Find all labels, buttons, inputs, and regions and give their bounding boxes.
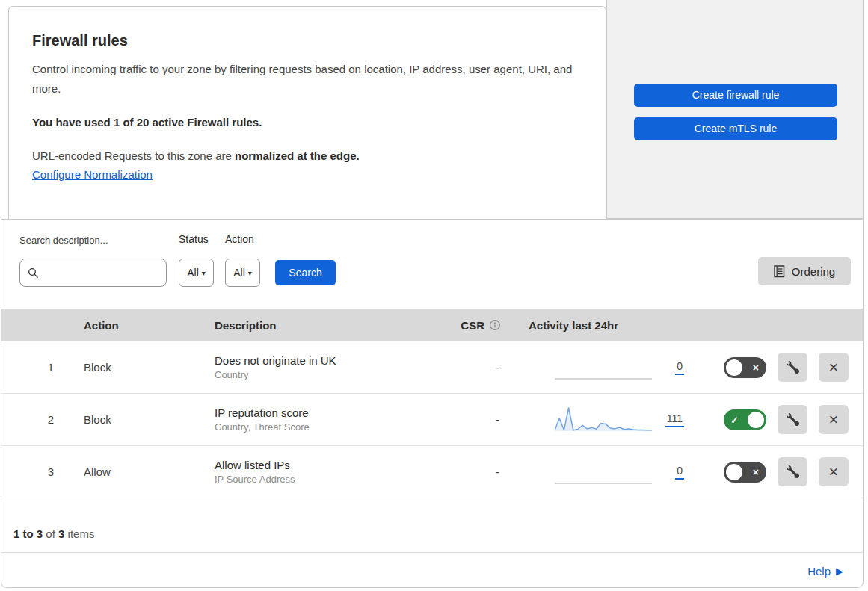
normalization-text: URL-encoded Requests to this zone are xyxy=(32,149,235,162)
rule-priority: 2 xyxy=(1,413,84,426)
rules-card: Search description... Status Action All … xyxy=(1,219,864,588)
activity-sparkline xyxy=(555,458,652,486)
check-icon: ✓ xyxy=(730,414,739,425)
wrench-icon xyxy=(787,465,799,478)
table-row: 3 Allow Allow listed IPs IP Source Addre… xyxy=(1,446,863,498)
close-icon: × xyxy=(829,359,839,376)
rule-controls: ✓ × × xyxy=(697,353,863,382)
edit-rule-button[interactable] xyxy=(778,457,807,486)
search-button[interactable]: Search xyxy=(275,260,336,285)
rule-description: Allow listed IPs xyxy=(215,459,446,471)
ordering-button[interactable]: Ordering xyxy=(758,257,851,285)
chevron-down-icon: ▾ xyxy=(202,269,206,277)
rule-description: Does not originate in UK xyxy=(215,354,446,367)
search-box xyxy=(19,259,167,287)
header-action: Action xyxy=(84,319,215,332)
rule-activity-cell: 111 xyxy=(502,406,697,434)
activity-count-link[interactable]: 0 xyxy=(675,360,684,375)
delete-rule-button[interactable]: × xyxy=(819,405,849,434)
rule-controls: ✓ × × xyxy=(697,405,863,434)
usage-summary: You have used 1 of 20 active Firewall ru… xyxy=(32,116,576,129)
cross-icon: × xyxy=(753,466,759,478)
arrow-right-icon: ▶ xyxy=(836,566,843,577)
cross-icon: × xyxy=(753,362,759,374)
rule-fields: Country, Threat Score xyxy=(215,421,446,433)
search-description-label: Search description... xyxy=(19,235,108,246)
pagination-items: items xyxy=(68,527,95,540)
firewall-rules-page: Firewall rules Control incoming traffic … xyxy=(0,0,868,591)
status-filter-dropdown[interactable]: All ▾ xyxy=(179,259,214,287)
rule-description: IP reputation score xyxy=(215,406,446,419)
rule-csr: - xyxy=(446,465,502,478)
ordering-button-label: Ordering xyxy=(792,265,835,278)
delete-rule-button[interactable]: × xyxy=(819,353,849,382)
table-row: 1 Block Does not originate in UK Country… xyxy=(1,341,863,394)
header-activity: Activity last 24hr xyxy=(502,319,697,332)
normalization-note: URL-encoded Requests to this zone are no… xyxy=(32,149,576,162)
rule-fields: IP Source Address xyxy=(215,474,446,485)
pagination-summary: 1 to 3 of 3 items xyxy=(1,498,863,553)
rule-enabled-toggle[interactable]: ✓ × xyxy=(724,357,766,378)
rule-activity-cell: 0 xyxy=(502,458,697,486)
action-filter-dropdown[interactable]: All ▾ xyxy=(225,259,260,287)
intro-card: Firewall rules Control incoming traffic … xyxy=(8,6,606,219)
rule-description-cell: IP reputation score Country, Threat Scor… xyxy=(215,406,446,433)
pagination-total: 3 xyxy=(58,527,64,540)
close-icon: × xyxy=(829,412,839,428)
edit-rule-button[interactable] xyxy=(778,405,807,434)
ordering-list-icon xyxy=(774,265,785,278)
rule-fields: Country xyxy=(215,369,446,380)
rule-enabled-toggle[interactable]: ✓ × xyxy=(724,409,766,430)
help-link-label: Help xyxy=(807,565,831,578)
create-mtls-rule-button[interactable]: Create mTLS rule xyxy=(634,117,837,140)
rule-action: Block xyxy=(84,413,215,426)
edit-rule-button[interactable] xyxy=(778,353,807,382)
activity-count-link[interactable]: 0 xyxy=(675,465,684,480)
close-icon: × xyxy=(829,464,839,480)
chevron-down-icon: ▾ xyxy=(248,269,252,277)
rule-action: Block xyxy=(84,361,215,374)
rule-csr: - xyxy=(446,361,502,374)
action-filter-value: All xyxy=(233,267,245,279)
table-row: 2 Block IP reputation score Country, Thr… xyxy=(1,394,863,446)
toggle-knob xyxy=(726,464,742,480)
rule-activity-cell: 0 xyxy=(502,353,697,382)
header-description: Description xyxy=(215,319,446,332)
status-filter-label: Status xyxy=(179,233,209,245)
pagination-range: 1 to 3 xyxy=(13,527,43,540)
page-description: Control incoming traffic to your zone by… xyxy=(32,60,576,99)
rule-enabled-toggle[interactable]: ✓ × xyxy=(724,462,766,483)
help-row: Help ▶ xyxy=(1,553,863,589)
rule-priority: 3 xyxy=(1,465,84,478)
rule-csr: - xyxy=(446,413,502,426)
help-link[interactable]: Help ▶ xyxy=(807,565,843,578)
activity-sparkline xyxy=(555,406,652,434)
header-csr: CSR xyxy=(446,319,502,332)
activity-count-link[interactable]: 111 xyxy=(665,412,684,427)
search-icon xyxy=(28,267,39,279)
page-title: Firewall rules xyxy=(32,32,576,49)
rule-priority: 1 xyxy=(1,361,84,374)
filter-bar: Search description... Status Action All … xyxy=(1,220,863,309)
info-icon[interactable] xyxy=(489,319,501,331)
rule-controls: ✓ × × xyxy=(697,457,863,486)
rule-action: Allow xyxy=(84,465,215,478)
actions-panel: Create firewall rule Create mTLS rule xyxy=(606,0,864,219)
status-filter-value: All xyxy=(187,267,199,279)
toggle-knob xyxy=(726,359,742,376)
action-filter-label: Action xyxy=(225,233,254,245)
create-firewall-rule-button[interactable]: Create firewall rule xyxy=(634,84,837,107)
normalization-bold: normalized at the edge. xyxy=(235,149,360,162)
wrench-icon xyxy=(787,361,799,374)
rule-description-cell: Does not originate in UK Country xyxy=(215,354,446,380)
table-header: Action Description CSR Activity last 24h… xyxy=(1,309,863,341)
pagination-of: of xyxy=(46,527,55,540)
toggle-knob xyxy=(748,412,764,428)
activity-sparkline xyxy=(555,353,652,382)
search-input[interactable] xyxy=(45,267,157,279)
configure-normalization-link[interactable]: Configure Normalization xyxy=(32,168,153,181)
wrench-icon xyxy=(787,413,799,426)
delete-rule-button[interactable]: × xyxy=(819,457,849,486)
rule-description-cell: Allow listed IPs IP Source Address xyxy=(215,459,446,485)
